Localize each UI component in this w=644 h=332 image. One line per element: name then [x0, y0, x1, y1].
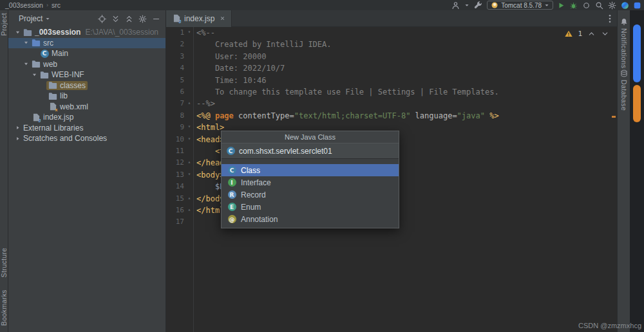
tree-item-external-libraries[interactable]: External Libraries — [8, 123, 166, 134]
code-line-8[interactable]: 8<%@ page contentType="text/html;charset… — [166, 110, 617, 122]
tree-item-web-xml[interactable]: xweb.xml — [8, 102, 166, 113]
tree-item-src[interactable]: src — [8, 38, 166, 49]
database-icon[interactable] — [620, 69, 628, 77]
right-edge-panel — [630, 10, 644, 332]
line-number: 13 — [166, 171, 184, 179]
tree-item-lib[interactable]: lib — [8, 91, 166, 102]
project-panel-header: Project — [8, 10, 166, 27]
tree-expand-icon[interactable] — [14, 136, 21, 142]
stripe-bookmarks-button[interactable]: Bookmarks — [0, 290, 8, 326]
tree-collapse-icon[interactable] — [22, 61, 30, 67]
tree-expand-icon[interactable] — [14, 125, 21, 131]
user-icon[interactable] — [451, 1, 460, 10]
tree-item-scratches-and-consoles[interactable]: Scratches and Consoles — [8, 133, 166, 144]
expand-all-button[interactable] — [111, 15, 120, 23]
tree-item-main[interactable]: CMain — [8, 48, 166, 59]
fold-marker-icon[interactable]: ▾ — [185, 29, 193, 35]
code-line-2[interactable]: 2 Created by IntelliJ IDEA. — [166, 39, 617, 50]
tab-index-jsp[interactable]: J index.jsp — [166, 10, 232, 27]
tree-item-classes[interactable]: classes — [8, 80, 166, 91]
kind-item-class[interactable]: CClass — [222, 164, 399, 176]
line-number: 4 — [166, 64, 184, 72]
code-line-5[interactable]: 5 Time: 10:46 — [166, 75, 617, 86]
tab-label: index.jsp — [184, 14, 214, 23]
tree-item-label: src — [43, 39, 53, 48]
tree-item-content: src — [30, 39, 55, 48]
code-line-4[interactable]: 4 Date: 2022/10/7 — [166, 62, 617, 74]
fold-marker-icon[interactable]: ▴ — [185, 207, 193, 212]
tree-collapse-icon[interactable] — [30, 72, 38, 78]
kind-item-enum[interactable]: EEnum — [222, 201, 399, 213]
tab-close-icon[interactable] — [220, 15, 225, 21]
code-line-3[interactable]: 3 User: 20000 — [166, 51, 617, 62]
locate-file-button[interactable] — [98, 15, 106, 23]
annotation-icon: @ — [227, 215, 236, 223]
titlebar: _003session › src Tomcat 8.5.78 — [0, 0, 644, 10]
class-name-input[interactable]: C com.shsxt.servlet.serclet01 — [222, 143, 399, 159]
search-icon[interactable] — [595, 1, 603, 10]
next-problem-icon[interactable] — [601, 30, 609, 38]
tree-item-index-jsp[interactable]: Jindex.jsp — [8, 112, 166, 123]
line-number: 16 — [166, 206, 184, 214]
fold-marker-icon[interactable]: ▾ — [185, 124, 193, 129]
breadcrumb-separator-icon: › — [46, 2, 48, 8]
code-line-1[interactable]: 1▾<%-- — [166, 27, 617, 39]
wrench-icon[interactable] — [474, 1, 482, 10]
pin-icon[interactable] — [634, 2, 641, 9]
collapse-all-button[interactable] — [125, 15, 133, 23]
tree-item-content: web — [30, 60, 59, 69]
code-line-6[interactable]: 6 To change this template use File | Set… — [166, 86, 617, 98]
run-icon[interactable] — [558, 2, 565, 9]
run-configuration-selector[interactable]: Tomcat 8.5.78 — [487, 1, 553, 10]
tree-item-web-inf[interactable]: WEB-INF — [8, 69, 166, 80]
project-view-caret-icon[interactable] — [45, 16, 50, 21]
tree-collapse-icon[interactable] — [14, 30, 21, 35]
hide-panel-button[interactable] — [152, 15, 160, 23]
edge-browser-icon[interactable] — [621, 1, 629, 10]
blue-indicator-bar — [633, 24, 641, 82]
code-text: User: 20000 — [196, 52, 266, 61]
kind-item-record[interactable]: RRecord — [222, 189, 399, 201]
tree-collapse-icon[interactable] — [22, 40, 30, 46]
tab-options-icon[interactable] — [603, 14, 617, 23]
notifications-icon[interactable] — [620, 18, 628, 26]
inspections-widget[interactable]: 1 — [565, 30, 609, 38]
coverage-icon[interactable] — [582, 1, 591, 10]
breadcrumb: _003session › src — [5, 1, 61, 9]
fold-marker-icon[interactable]: ▾ — [185, 136, 193, 142]
interface-icon: I — [227, 178, 236, 187]
breadcrumb-src[interactable]: src — [52, 1, 61, 9]
debug-icon[interactable] — [569, 1, 578, 10]
line-number: 8 — [166, 111, 184, 120]
fold-marker-icon[interactable]: ▾ — [185, 171, 193, 177]
tree-item-content: Scratches and Consoles — [21, 134, 109, 143]
kind-item-interface[interactable]: IInterface — [222, 176, 399, 189]
tree-item-003session[interactable]: _003sessionE:\JAVA\_003session — [8, 27, 166, 38]
user-caret-icon[interactable] — [464, 3, 469, 8]
tree-item-label: classes — [60, 81, 86, 90]
project-view-selector[interactable]: Project — [19, 14, 43, 23]
enum-icon: E — [227, 203, 236, 211]
code-text: Created by IntelliJ IDEA. — [196, 40, 332, 49]
breadcrumb-project[interactable]: _003session — [5, 1, 43, 9]
line-number: 6 — [166, 88, 184, 96]
tree-item-content: lib — [46, 91, 70, 100]
stripe-database-button[interactable]: Database — [620, 80, 628, 111]
tree-item-label: Main — [52, 49, 68, 58]
folder-icon — [40, 71, 49, 79]
panel-settings-button[interactable] — [138, 15, 147, 23]
settings-icon[interactable] — [608, 1, 616, 10]
line-number: 15 — [166, 194, 184, 203]
kind-item-annotation[interactable]: @Annotation — [222, 213, 399, 225]
stripe-structure-button[interactable]: Structure — [0, 248, 8, 277]
prev-problem-icon[interactable] — [587, 30, 596, 38]
code-text: <head> — [196, 135, 224, 144]
fold-marker-icon[interactable]: ▴ — [185, 100, 193, 106]
line-number: 11 — [166, 147, 184, 155]
tree-item-web[interactable]: web — [8, 59, 166, 70]
stripe-project-button[interactable]: Project — [0, 13, 8, 35]
fold-marker-icon[interactable]: ▴ — [185, 159, 193, 165]
code-line-7[interactable]: 7▴--%> — [166, 98, 617, 109]
stripe-notifications-button[interactable]: Notifications — [620, 28, 628, 68]
fold-marker-icon[interactable]: ▴ — [185, 195, 193, 201]
